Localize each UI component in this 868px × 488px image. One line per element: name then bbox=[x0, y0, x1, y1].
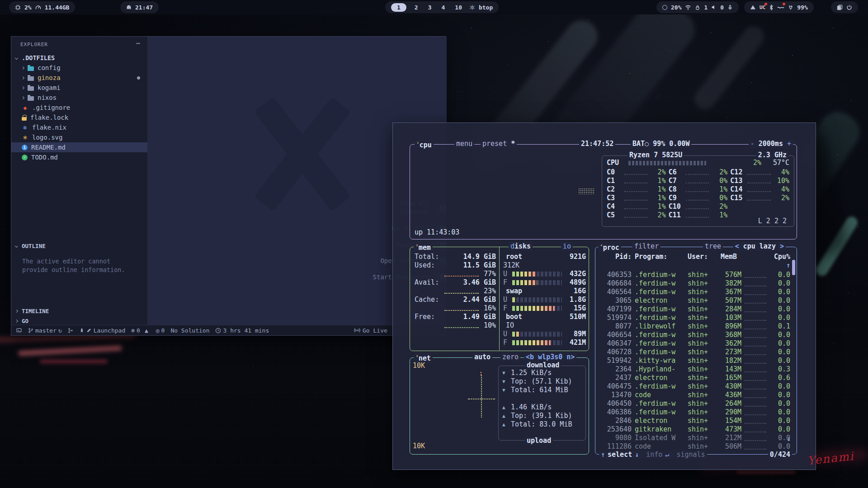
go-section-header[interactable]: GO bbox=[11, 316, 147, 325]
core-row: C31% bbox=[607, 194, 666, 202]
launchpad-button[interactable]: Launchpad bbox=[79, 327, 125, 334]
process-row[interactable]: 406450 .ferdium-w shin+ 264M 0.0 bbox=[599, 399, 788, 408]
proc-scrollbar[interactable] bbox=[792, 260, 795, 275]
process-row[interactable]: 2846 electron shin+ 154M 0.0 bbox=[599, 417, 788, 425]
outline-section-header[interactable]: OUTLINE bbox=[11, 241, 147, 250]
tree-item[interactable]: kogami bbox=[11, 83, 147, 93]
menu-button[interactable]: menu bbox=[454, 140, 474, 148]
process-row[interactable]: 406564 .ferdium-w shin+ 367M 0.0 bbox=[599, 288, 788, 296]
rate-decrease-button[interactable]: - bbox=[750, 140, 755, 148]
timeline-section-header[interactable]: TIMELINE bbox=[11, 306, 147, 315]
disk-size: 16G bbox=[522, 287, 586, 296]
process-row[interactable]: 2364 .Hyprland- shin+ 143M 0.3 bbox=[599, 365, 788, 374]
sort-next-button[interactable]: > bbox=[780, 242, 784, 250]
controls-pill[interactable]: 20% 1 0 bbox=[656, 1, 739, 13]
tree-root-dotfiles[interactable]: .DOTFILES bbox=[11, 53, 147, 63]
workspace-button[interactable]: 10 bbox=[453, 4, 464, 11]
mouse-tray-icon[interactable] bbox=[777, 5, 784, 9]
process-row[interactable]: 406684 .ferdium-w shin+ 382M 0.0 bbox=[599, 279, 788, 288]
tree-item[interactable]: nixos bbox=[11, 93, 147, 103]
preset-button[interactable]: preset * bbox=[481, 140, 517, 148]
net-interface-switcher[interactable]: <b wlp3s0 n> bbox=[524, 353, 576, 361]
workspace-button[interactable]: 1 bbox=[391, 3, 406, 12]
process-row[interactable]: 406347 .ferdium-w shin+ 362M 0.0 bbox=[599, 339, 788, 348]
col-memb[interactable]: MemB bbox=[716, 253, 741, 270]
tree-item[interactable]: ✓ TODO.md bbox=[11, 152, 147, 162]
process-row[interactable]: 406475 .ferdium-w shin+ 430M 0.0 bbox=[599, 382, 788, 391]
workspace-button[interactable]: 4 bbox=[439, 4, 447, 11]
select-action[interactable]: select bbox=[608, 450, 632, 459]
power-icon[interactable] bbox=[846, 5, 852, 10]
iface-prev-button[interactable]: <b bbox=[526, 353, 534, 361]
git-branch-indicator[interactable]: master ↻ bbox=[28, 327, 62, 334]
scroll-down-indicator[interactable]: ↓ bbox=[787, 435, 791, 443]
process-row[interactable]: 2437 electron shin+ 165M 0.6 bbox=[599, 374, 788, 382]
process-row[interactable]: 8077 .librewolf shin+ 896M 0.1 bbox=[599, 322, 788, 331]
wifi-icon[interactable] bbox=[685, 5, 691, 10]
info-action[interactable]: info bbox=[646, 450, 662, 459]
clipboard-icon[interactable] bbox=[837, 5, 843, 10]
tree-item[interactable]: * logo.svg bbox=[11, 132, 147, 142]
tree-item[interactable]: i README.md bbox=[11, 142, 147, 152]
git-graph-icon[interactable] bbox=[68, 328, 73, 333]
vpn-tray-icon[interactable] bbox=[750, 5, 756, 10]
remote-window-icon[interactable] bbox=[16, 328, 22, 333]
clock-pill[interactable]: 21:47 bbox=[120, 1, 159, 13]
disk-used-meter: U89M bbox=[503, 330, 586, 338]
process-row[interactable]: 253640 gitkraken shin+ 473M 0.0 bbox=[599, 425, 788, 434]
process-row[interactable]: 13470 code shin+ 436M 0.0 bbox=[599, 391, 788, 399]
disks-panel: root921G 312K U432G F489G swap16G U1.8G … bbox=[499, 247, 590, 350]
up-arrow-key[interactable]: ↑ bbox=[601, 450, 605, 459]
proc-filter-button[interactable]: filter bbox=[632, 242, 660, 251]
microphone-icon[interactable] bbox=[727, 5, 733, 10]
process-row[interactable]: 407199 .ferdium-w shin+ 284M 0.0 bbox=[599, 305, 788, 314]
solution-status[interactable]: No Solution bbox=[170, 327, 209, 334]
down-arrow-key[interactable]: ↓ bbox=[635, 450, 639, 459]
process-row[interactable]: 519974 .ferdium-w shin+ 103M 0.0 bbox=[599, 314, 788, 322]
cpu-box-title[interactable]: ¹cpu bbox=[415, 140, 434, 150]
signals-action[interactable]: signals bbox=[676, 450, 705, 459]
uc-tray-icon[interactable]: UC bbox=[760, 5, 765, 10]
process-row[interactable]: 406386 .ferdium-w shin+ 290M 0.0 bbox=[599, 408, 788, 417]
tree-item[interactable]: config bbox=[11, 63, 147, 73]
time-tracker[interactable]: 3 hrs 41 mins bbox=[215, 327, 269, 334]
process-row[interactable]: 519942 .kitty-wra shin+ 182M 0.0 bbox=[599, 357, 788, 365]
col-cpu[interactable]: Cpu% ↑ bbox=[769, 253, 790, 270]
workspace-button[interactable]: 3 bbox=[426, 4, 434, 11]
proc-tree-toggle[interactable]: tree bbox=[703, 242, 723, 251]
process-row[interactable]: 406728 .ferdium-w shin+ 273M 0.0 bbox=[599, 348, 788, 357]
proc-box-title[interactable]: ⁴proc bbox=[598, 242, 621, 252]
proc-sort-mode[interactable]: < cpu lazy > bbox=[733, 242, 786, 251]
tree-item[interactable]: ◆ .gitignore bbox=[11, 103, 147, 113]
outline-message: The active editor cannot provide outline… bbox=[22, 257, 136, 274]
process-row[interactable]: 9080 Isolated W shin+ 212M 0.0 bbox=[599, 434, 788, 442]
disk-detail: IO bbox=[503, 321, 514, 330]
workspace-button[interactable]: 2 bbox=[413, 4, 420, 11]
process-row[interactable]: 406353 .ferdium-w shin+ 576M 0.0 bbox=[599, 271, 788, 279]
process-row[interactable]: 406654 .ferdium-w shin+ 368M 0.0 bbox=[599, 331, 788, 339]
iface-next-button[interactable]: n> bbox=[566, 353, 575, 361]
problems-indicator[interactable]: ⊗ 0 ▲ bbox=[131, 327, 150, 334]
go-live-button[interactable]: Go Live bbox=[354, 327, 387, 334]
mem-box-title[interactable]: ²mem bbox=[414, 242, 433, 252]
process-row[interactable]: 3065 electron shin+ 507M 0.0 bbox=[599, 296, 788, 305]
sort-prev-button[interactable]: < bbox=[735, 242, 739, 250]
explorer-more-actions-button[interactable]: ⋯ bbox=[136, 39, 140, 47]
ports-indicator[interactable]: ◎ 0 bbox=[156, 327, 165, 334]
process-row[interactable]: 111286 code shin+ 506M 0.0 bbox=[599, 442, 788, 451]
col-user[interactable]: User: bbox=[688, 253, 713, 270]
tree-item[interactable]: ❄ flake.nix bbox=[11, 122, 147, 132]
tree-item[interactable]: ginoza bbox=[11, 73, 147, 83]
col-pid[interactable]: Pid: bbox=[599, 253, 632, 270]
net-auto-toggle[interactable]: auto bbox=[472, 353, 492, 361]
refresh-rate-control[interactable]: - 2000ms + bbox=[749, 140, 793, 148]
tree-item[interactable]: flake.lock bbox=[11, 113, 147, 122]
rate-increase-button[interactable]: + bbox=[787, 140, 791, 148]
system-stats-pill[interactable]: 2% 11.44GB bbox=[9, 1, 75, 13]
col-program[interactable]: Program: bbox=[635, 253, 684, 270]
net-zero-toggle[interactable]: zero bbox=[500, 353, 520, 361]
file-icon: ◆ bbox=[22, 104, 28, 111]
explorer-title: EXPLORER bbox=[20, 42, 48, 47]
bluetooth-icon[interactable] bbox=[769, 5, 774, 10]
speaker-icon[interactable] bbox=[711, 5, 717, 10]
